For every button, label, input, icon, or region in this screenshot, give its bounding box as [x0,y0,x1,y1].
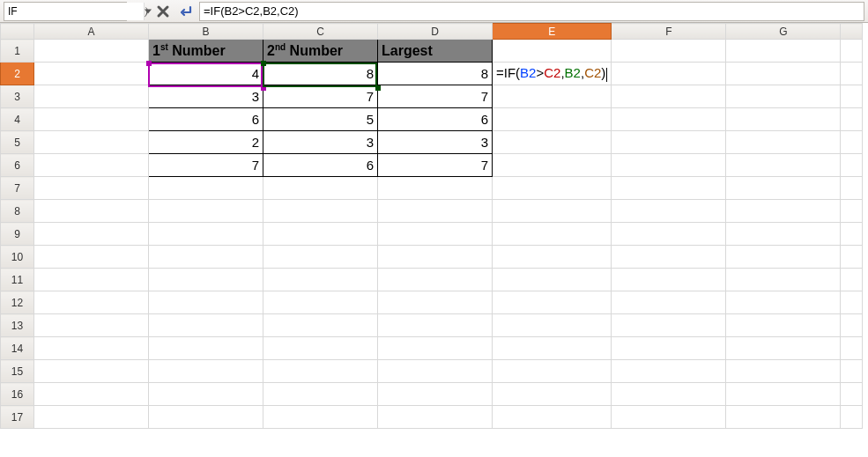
cell-H17[interactable] [841,406,863,429]
cell-F9[interactable] [612,223,726,246]
cell-G5[interactable] [726,131,841,154]
cell-E16[interactable] [493,383,612,406]
row-header-14[interactable]: 14 [1,337,34,360]
cell-C9[interactable] [263,223,378,246]
ref-handle-b2-tl[interactable] [146,61,152,66]
cell-H1[interactable] [841,40,863,63]
cell-G4[interactable] [726,108,841,131]
cell-H6[interactable] [841,154,863,177]
cell-B7[interactable] [149,177,263,200]
cell-B16[interactable] [149,383,263,406]
row-header-3[interactable]: 3 [1,85,34,108]
cell-H3[interactable] [841,85,863,108]
cell-F14[interactable] [612,337,726,360]
col-header-H[interactable] [841,24,863,40]
row-header-16[interactable]: 16 [1,383,34,406]
cell-H14[interactable] [841,337,863,360]
cell-E3[interactable] [493,85,612,108]
cell-G16[interactable] [726,383,841,406]
cell-F2[interactable] [612,63,726,85]
row-header-5[interactable]: 5 [1,131,34,154]
cell-B8[interactable] [149,200,263,223]
cell-D10[interactable] [378,246,493,269]
cell-E10[interactable] [493,246,612,269]
cell-F17[interactable] [612,406,726,429]
cell-F5[interactable] [612,131,726,154]
cell-D15[interactable] [378,360,493,383]
cell-B11[interactable] [149,269,263,291]
cell-D7[interactable] [378,177,493,200]
row-header-4[interactable]: 4 [1,108,34,131]
ref-handle-c2-br[interactable] [375,85,381,91]
cell-E15[interactable] [493,360,612,383]
cell-D14[interactable] [378,337,493,360]
cell-G7[interactable] [726,177,841,200]
cell-B12[interactable] [149,291,263,314]
cell-G9[interactable] [726,223,841,246]
col-header-G[interactable]: G [726,24,841,40]
cell-H9[interactable] [841,223,863,246]
cell-H13[interactable] [841,314,863,337]
cell-G2[interactable] [726,63,841,85]
cell-A11[interactable] [34,269,149,291]
cell-B13[interactable] [149,314,263,337]
cell-E14[interactable] [493,337,612,360]
cell-H10[interactable] [841,246,863,269]
cell-G14[interactable] [726,337,841,360]
cell-D1[interactable]: Largest [378,40,493,63]
cell-B14[interactable] [149,337,263,360]
cell-D5[interactable]: 3 [378,131,493,154]
cell-A17[interactable] [34,406,149,429]
col-header-E[interactable]: E [493,24,612,40]
row-header-15[interactable]: 15 [1,360,34,383]
ref-handle-c2-tl[interactable] [261,61,266,66]
cell-H8[interactable] [841,200,863,223]
cell-H7[interactable] [841,177,863,200]
cell-F6[interactable] [612,154,726,177]
cell-G15[interactable] [726,360,841,383]
row-header-11[interactable]: 11 [1,269,34,291]
cell-B6[interactable]: 7 [149,154,263,177]
cell-D17[interactable] [378,406,493,429]
cell-H4[interactable] [841,108,863,131]
cell-D9[interactable] [378,223,493,246]
cell-G3[interactable] [726,85,841,108]
cell-E8[interactable] [493,200,612,223]
cell-E11[interactable] [493,269,612,291]
cell-D8[interactable] [378,200,493,223]
row-header-17[interactable]: 17 [1,406,34,429]
row-header-12[interactable]: 12 [1,291,34,314]
cell-F1[interactable] [612,40,726,63]
row-header-1[interactable]: 1 [1,40,34,63]
name-box[interactable] [4,2,127,21]
cell-F7[interactable] [612,177,726,200]
cell-H11[interactable] [841,269,863,291]
cell-B3[interactable]: 3 [149,85,263,108]
cell-C17[interactable] [263,406,378,429]
row-header-13[interactable]: 13 [1,314,34,337]
cell-D4[interactable]: 6 [378,108,493,131]
accept-button[interactable] [176,2,196,21]
cell-A3[interactable] [34,85,149,108]
cell-B17[interactable] [149,406,263,429]
cell-G10[interactable] [726,246,841,269]
cell-H15[interactable] [841,360,863,383]
col-header-F[interactable]: F [612,24,726,40]
cell-D2[interactable]: 8 [378,63,493,85]
cell-C7[interactable] [263,177,378,200]
col-header-D[interactable]: D [378,24,493,40]
cancel-button[interactable] [153,2,173,21]
cell-G8[interactable] [726,200,841,223]
cell-A4[interactable] [34,108,149,131]
name-box-input[interactable] [4,3,144,20]
cell-C1[interactable]: 2nd Number [263,40,378,63]
cell-A9[interactable] [34,223,149,246]
row-header-10[interactable]: 10 [1,246,34,269]
cell-B10[interactable] [149,246,263,269]
row-header-8[interactable]: 8 [1,200,34,223]
cell-B15[interactable] [149,360,263,383]
cell-B5[interactable]: 2 [149,131,263,154]
cell-C13[interactable] [263,314,378,337]
row-header-7[interactable]: 7 [1,177,34,200]
cell-F12[interactable] [612,291,726,314]
